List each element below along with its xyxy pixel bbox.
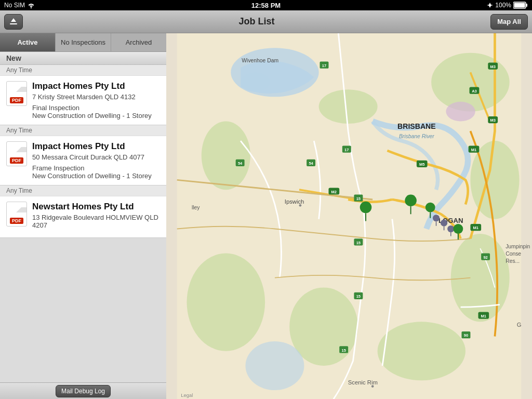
svg-text:92: 92 (483, 255, 487, 260)
job-inspection-type: Final Inspection (32, 104, 160, 112)
job-address: 7 Kristy Street Marsden QLD 4132 (32, 93, 160, 101)
svg-text:G: G (517, 322, 522, 328)
svg-point-68 (405, 195, 417, 207)
svg-point-70 (360, 202, 372, 214)
segmented-control: Active No Inspections Archived (0, 33, 166, 52)
battery-icon (513, 2, 528, 9)
map-panel[interactable]: M3 M3 A3 17 17 54 54 M2 (166, 33, 532, 399)
svg-point-16 (378, 322, 466, 380)
svg-point-66 (371, 385, 374, 388)
svg-text:A3: A3 (472, 89, 477, 94)
svg-text:Wivenhoe Dam: Wivenhoe Dam (242, 58, 278, 63)
svg-text:M5: M5 (419, 162, 424, 167)
svg-point-80 (453, 224, 463, 234)
svg-point-18 (446, 102, 475, 122)
pdf-icon: PDF (6, 81, 27, 106)
status-bar: No SIM 12:58 PM 100% (0, 0, 532, 10)
svg-text:Brisbane River: Brisbane River (399, 134, 434, 139)
map-svg: M3 M3 A3 17 17 54 54 M2 (166, 33, 532, 399)
job-company: Newstart Homes Pty Ltd (32, 202, 160, 212)
nav-bar: Job List Map All (0, 10, 532, 33)
svg-text:M1: M1 (481, 314, 486, 318)
job-construction-type: New Construction of Dwelling - 1 Storey (32, 172, 160, 180)
svg-text:54: 54 (238, 161, 243, 166)
svg-text:17: 17 (322, 63, 326, 68)
job-info: Impact Homes Pty Ltd 50 Messara Circuit … (32, 141, 160, 180)
svg-text:15: 15 (356, 196, 361, 201)
job-card[interactable]: Any Time PDF Impact Homes Pty Ltd 50 Mes… (0, 125, 166, 185)
svg-point-11 (431, 53, 510, 112)
svg-text:M3: M3 (490, 64, 495, 69)
job-body: PDF Impact Homes Pty Ltd 7 Kristy Street… (0, 76, 166, 125)
job-card[interactable]: Any Time PDF Impact Homes Pty Ltd 7 Kris… (0, 65, 166, 125)
mail-debug-button[interactable]: Mail Debug Log (56, 385, 111, 397)
svg-point-9 (319, 89, 378, 124)
svg-rect-2 (526, 4, 528, 7)
nav-title: Job List (239, 16, 275, 27)
svg-text:BRISBANE: BRISBANE (397, 122, 436, 130)
svg-text:M1: M1 (473, 225, 478, 230)
svg-point-76 (441, 220, 447, 227)
svg-text:54: 54 (309, 161, 313, 166)
upload-button[interactable] (4, 14, 23, 30)
job-address: 13 Ridgevale Boulevard HOLMVIEW QLD 4207 (32, 214, 160, 229)
svg-point-0 (31, 7, 32, 8)
svg-text:M1: M1 (471, 148, 476, 152)
svg-text:M2: M2 (331, 190, 337, 194)
map-all-button[interactable]: Map All (490, 14, 528, 30)
wifi-icon (27, 2, 35, 8)
left-panel: Active No Inspections Archived New Any T… (0, 33, 166, 399)
svg-marker-5 (11, 18, 16, 22)
svg-text:17: 17 (344, 148, 349, 152)
svg-point-17 (245, 341, 304, 390)
status-carrier: No SIM (4, 2, 35, 9)
job-address: 50 Messara Circuit Durack QLD 4077 (32, 153, 160, 161)
section-header: New (0, 52, 166, 65)
svg-text:15: 15 (356, 241, 361, 245)
job-body: PDF Impact Homes Pty Ltd 50 Messara Circ… (0, 136, 166, 185)
job-inspection-type: Frame Inspection (32, 164, 160, 172)
status-time: 12:58 PM (251, 2, 281, 9)
svg-point-59 (299, 204, 302, 207)
job-info: Newstart Homes Pty Ltd 13 Ridgevale Boul… (32, 202, 160, 232)
svg-point-10 (202, 121, 250, 190)
content: Active No Inspections Archived New Any T… (0, 33, 532, 399)
svg-text:Res...: Res... (506, 258, 520, 264)
status-right: 100% (487, 2, 528, 9)
svg-text:90: 90 (464, 333, 468, 338)
svg-text:Scenic Rim: Scenic Rim (348, 379, 378, 385)
svg-point-13 (451, 234, 510, 322)
job-time: Any Time (0, 65, 166, 76)
tab-no-inspections[interactable]: No Inspections (56, 33, 111, 51)
job-info: Impact Homes Pty Ltd 7 Kristy Street Mar… (32, 81, 160, 119)
svg-text:Conse: Conse (506, 251, 521, 257)
job-card[interactable]: Any Time PDF Newstart Homes Pty Ltd 13 R… (0, 185, 166, 238)
job-construction-type: New Construction of Dwelling - 1 Storey (32, 112, 160, 119)
svg-text:lley: lley (192, 205, 200, 210)
pdf-icon: PDF (6, 202, 27, 227)
mail-debug: Mail Debug Log (0, 382, 166, 399)
svg-text:15: 15 (341, 348, 345, 353)
job-body: PDF Newstart Homes Pty Ltd 13 Ridgevale … (0, 196, 166, 237)
svg-text:Jumpinpin: Jumpinpin (506, 244, 530, 249)
svg-point-78 (447, 225, 454, 232)
svg-point-14 (187, 254, 265, 351)
job-time: Any Time (0, 125, 166, 136)
tab-active[interactable]: Active (0, 33, 56, 51)
svg-text:15: 15 (356, 294, 361, 299)
tab-archived[interactable]: Archived (111, 33, 166, 51)
svg-text:Ipswich: Ipswich (285, 198, 304, 205)
svg-rect-4 (10, 23, 17, 24)
svg-point-72 (425, 203, 435, 212)
location-icon (487, 2, 493, 8)
svg-text:M3: M3 (490, 118, 495, 123)
job-time: Any Time (0, 185, 166, 196)
legal-text: Legal (181, 392, 193, 398)
svg-rect-3 (514, 3, 525, 8)
svg-point-74 (433, 215, 440, 221)
pdf-icon: PDF (6, 141, 27, 166)
job-company: Impact Homes Pty Ltd (32, 141, 160, 152)
app: Job List Map All Active No Inspections A… (0, 10, 532, 399)
job-list[interactable]: Any Time PDF Impact Homes Pty Ltd 7 Kris… (0, 65, 166, 382)
job-company: Impact Homes Pty Ltd (32, 81, 160, 91)
